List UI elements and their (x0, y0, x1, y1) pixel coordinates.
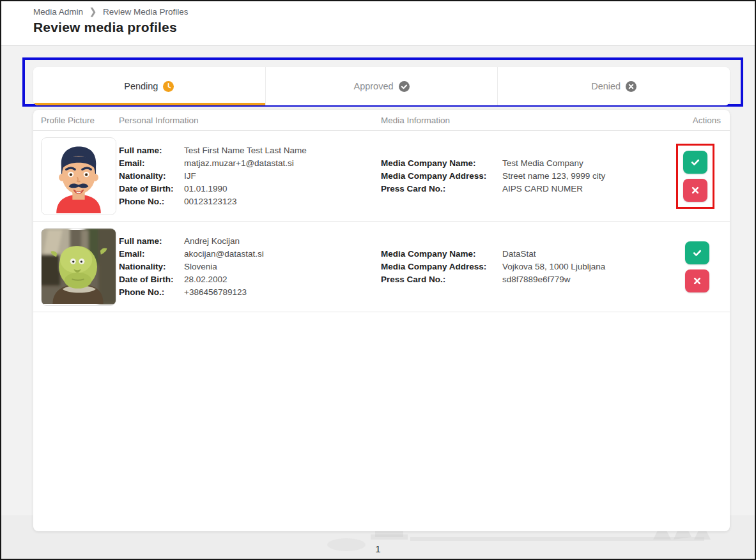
cartoon-man-avatar (42, 138, 116, 215)
profile-picture-cartoon-man (41, 137, 116, 215)
shrek-avatar (42, 229, 116, 305)
label-media-company-address: Media Company Address: (381, 170, 502, 183)
label-media-company-name: Media Company Name: (381, 157, 502, 170)
x-icon (692, 276, 702, 286)
value-full-name: Test First Name Test Last Name (184, 144, 381, 157)
tab-denied-label: Denied (591, 81, 621, 91)
profiles-table: Profile Picture Personal Information Med… (33, 110, 730, 531)
personal-info: Full name: Test First Name Test Last Nam… (119, 144, 381, 208)
breadcrumb-review-media-profiles[interactable]: Review Media Profiles (103, 7, 189, 17)
check-icon (692, 248, 702, 258)
media-info: Media Company Name: Test Media Company M… (381, 157, 658, 195)
label-full-name: Full name: (119, 235, 184, 248)
x-circle-icon (626, 81, 636, 92)
x-icon (690, 185, 700, 195)
page-header: Media Admin ❯ Review Media Profiles Revi… (1, 1, 755, 46)
label-media-company-name: Media Company Name: (381, 248, 502, 261)
page-title: Review media profiles (33, 20, 755, 35)
value-email: akocijan@datastat.si (184, 248, 381, 261)
value-full-name: Andrej Kocijan (184, 235, 381, 248)
value-date-of-birth: 01.01.1990 (184, 183, 381, 195)
value-phone: +386456789123 (184, 286, 381, 299)
actions-stack (680, 236, 714, 298)
media-info: Media Company Name: DataStat Media Compa… (381, 248, 658, 286)
actions-annotation-box (676, 144, 714, 209)
tab-approved[interactable]: Approved (265, 67, 498, 105)
value-press-card-no: AIPS CARD NUMER (502, 183, 658, 195)
tab-denied[interactable]: Denied (497, 67, 730, 105)
actions-cell (676, 144, 714, 209)
approve-button[interactable] (683, 151, 707, 174)
breadcrumb-chevron-icon: ❯ (89, 6, 96, 17)
label-date-of-birth: Date of Birth: (119, 273, 184, 286)
label-phone: Phone No.: (119, 195, 184, 208)
value-nationality: Slovenia (184, 261, 381, 273)
tab-pending-label: Pending (124, 81, 158, 91)
value-media-company-name: DataStat (502, 248, 658, 261)
label-phone: Phone No.: (119, 286, 184, 299)
clock-icon (163, 81, 174, 92)
value-email: matjaz.muzar+1@datastat.si (184, 157, 381, 170)
table-row: Full name: Test First Name Test Last Nam… (33, 131, 730, 222)
status-tabbar: Pending Approved Denied (33, 67, 730, 105)
value-media-company-address: Vojkova 58, 1000 Ljubljana (502, 261, 658, 273)
breadcrumb: Media Admin ❯ Review Media Profiles (33, 7, 755, 17)
value-phone: 00123123123 (184, 195, 381, 208)
tab-approved-label: Approved (353, 81, 393, 91)
label-email: Email: (119, 157, 184, 170)
label-nationality: Nationality: (119, 261, 184, 273)
tab-pending[interactable]: Pending (33, 67, 265, 105)
label-press-card-no: Press Card No.: (381, 183, 502, 195)
value-press-card-no: sd8f7889e6f779w (502, 273, 658, 286)
label-press-card-no: Press Card No.: (381, 273, 502, 286)
pagination: 1 (1, 543, 755, 555)
actions-cell (680, 236, 714, 298)
col-profile-picture: Profile Picture (33, 116, 119, 125)
table-header-row: Profile Picture Personal Information Med… (33, 110, 730, 131)
value-media-company-address: Street name 123, 9999 city (502, 170, 658, 183)
col-actions: Actions (658, 116, 730, 125)
personal-info: Full name: Andrej Kocijan Email: akocija… (119, 235, 381, 299)
value-nationality: IJF (184, 170, 381, 183)
check-circle-icon (399, 81, 410, 92)
check-icon (690, 157, 700, 167)
col-media-information: Media Information (381, 116, 658, 125)
breadcrumb-media-admin[interactable]: Media Admin (33, 7, 83, 17)
review-media-profiles-page: Media Admin ❯ Review Media Profiles Revi… (0, 0, 756, 560)
col-personal-information: Personal Information (119, 116, 381, 125)
label-media-company-address: Media Company Address: (381, 261, 502, 273)
label-date-of-birth: Date of Birth: (119, 183, 184, 195)
deny-button[interactable] (683, 179, 707, 202)
label-email: Email: (119, 248, 184, 261)
value-date-of-birth: 28.02.2002 (184, 273, 381, 286)
value-media-company-name: Test Media Company (502, 157, 658, 170)
label-nationality: Nationality: (119, 170, 184, 183)
profile-picture-shrek (41, 228, 116, 306)
label-full-name: Full name: (119, 144, 184, 157)
deny-button[interactable] (685, 269, 709, 292)
page-number-1[interactable]: 1 (371, 542, 384, 556)
approve-button[interactable] (685, 241, 709, 264)
table-row: Full name: Andrej Kocijan Email: akocija… (33, 222, 730, 312)
